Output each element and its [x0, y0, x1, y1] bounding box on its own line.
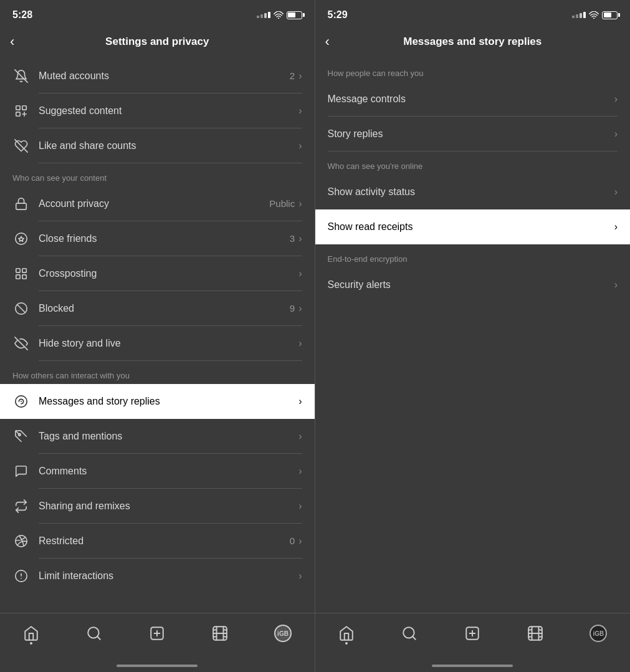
avatar: iGB — [589, 625, 607, 642]
battery-icon — [287, 11, 302, 19]
nav-home[interactable] — [333, 620, 360, 647]
svg-line-1 — [15, 70, 27, 82]
nav-profile[interactable]: iGB — [585, 620, 612, 647]
svg-rect-3 — [22, 106, 26, 110]
home-indicator-left — [0, 660, 315, 672]
list-item[interactable]: Close friends 3 › — [0, 221, 315, 256]
chevron-icon: › — [298, 570, 302, 582]
chevron-icon: › — [298, 268, 302, 279]
svg-line-13 — [17, 305, 26, 313]
chevron-icon: › — [614, 279, 618, 290]
list-item[interactable]: Show activity status › — [315, 175, 631, 209]
list-item[interactable]: Crossposting › — [0, 256, 315, 291]
nav-home[interactable] — [17, 620, 45, 647]
page-title-right: Messages and story replies — [403, 36, 542, 48]
hide-story-icon — [12, 335, 30, 352]
home-indicator-right — [315, 660, 631, 672]
wifi-icon — [274, 11, 284, 19]
list-item[interactable]: Suggested content › — [0, 94, 315, 128]
chevron-icon: › — [298, 105, 302, 117]
nav-reels[interactable] — [206, 620, 234, 647]
section-label: End-to-end encryption — [315, 244, 631, 267]
bottom-nav-left: iGB — [0, 613, 315, 660]
nav-search[interactable] — [80, 620, 108, 647]
status-icons-right — [572, 11, 618, 19]
bottom-nav-right: iGB — [315, 613, 631, 660]
page-title-left: Settings and privacy — [105, 36, 209, 48]
list-item[interactable]: Story replies › — [315, 117, 631, 151]
chevron-icon: › — [614, 94, 618, 105]
chevron-icon: › — [614, 128, 618, 140]
item-label: Blocked — [39, 303, 74, 314]
wifi-icon — [589, 11, 599, 19]
svg-point-29 — [593, 17, 594, 19]
restricted-icon — [12, 532, 30, 550]
lock-icon — [12, 195, 30, 213]
settings-list-left: Muted accounts 2 › Suggested content › — [0, 59, 315, 613]
signal-icon — [257, 12, 270, 18]
svg-rect-4 — [16, 112, 20, 116]
sharing-icon — [12, 497, 30, 515]
list-item[interactable]: Limit interactions › — [0, 559, 315, 593]
blocked-icon — [12, 300, 30, 317]
list-item[interactable]: Tags and mentions › — [0, 419, 315, 454]
show-read-receipts-label: Show read receipts — [328, 221, 413, 233]
nav-search[interactable] — [396, 620, 423, 647]
show-read-receipts-item[interactable]: Show read receipts › — [315, 209, 631, 244]
list-item[interactable]: Account privacy Public › — [0, 186, 315, 221]
chevron-icon: › — [298, 396, 302, 407]
item-label: Comments — [39, 466, 87, 477]
status-icons-left — [257, 11, 302, 19]
status-time-right: 5:29 — [328, 9, 348, 21]
section-label: Who can see you're online — [315, 151, 631, 175]
svg-point-0 — [278, 17, 279, 19]
item-badge: 3 — [290, 233, 295, 244]
chevron-icon: › — [614, 221, 618, 233]
tag-icon — [12, 428, 30, 445]
battery-icon — [602, 11, 618, 19]
nav-add[interactable] — [143, 620, 171, 647]
nav-profile[interactable]: iGB — [269, 620, 297, 647]
list-item[interactable]: Like and share counts › — [0, 128, 315, 163]
chevron-icon: › — [298, 233, 302, 244]
list-item[interactable]: Restricted 0 › — [0, 524, 315, 559]
muted-icon — [12, 67, 30, 85]
left-panel: 5:28 ‹ Settings and pri — [0, 0, 315, 672]
messages-story-replies-item[interactable]: Messages and story replies › — [0, 384, 315, 419]
status-bar-right: 5:29 — [315, 0, 631, 27]
nav-add[interactable] — [459, 620, 486, 647]
list-item[interactable]: Security alerts › — [315, 267, 631, 302]
item-label: Limit interactions — [39, 570, 113, 582]
item-badge: 9 — [290, 303, 295, 314]
home-indicator-bar — [117, 665, 198, 667]
chevron-icon: › — [298, 501, 302, 512]
item-label: Show activity status — [328, 186, 416, 198]
avatar: iGB — [274, 625, 292, 642]
list-item[interactable]: Comments › — [0, 454, 315, 489]
nav-reels[interactable] — [522, 620, 549, 647]
back-button-left[interactable]: ‹ — [10, 32, 19, 51]
section-label: How people can reach you — [315, 59, 631, 82]
list-item[interactable]: Sharing and remixes › — [0, 489, 315, 524]
right-panel: 5:29 ‹ Messages and sto — [315, 0, 631, 672]
list-item[interactable]: Message controls › — [315, 82, 631, 117]
svg-rect-8 — [16, 269, 20, 272]
item-label: Suggested content — [39, 105, 122, 117]
list-item[interactable]: Muted accounts 2 › — [0, 59, 315, 94]
item-label: Like and share counts — [39, 140, 136, 151]
item-label: Account privacy — [39, 198, 109, 209]
home-dot — [345, 642, 348, 645]
status-bar-left: 5:28 — [0, 0, 315, 27]
like-icon — [12, 137, 30, 155]
item-badge: 2 — [290, 70, 295, 81]
list-item[interactable]: Blocked 9 › — [0, 291, 315, 326]
page-header-right: ‹ Messages and story replies — [315, 27, 631, 59]
home-dot — [30, 642, 32, 645]
item-label: Crossposting — [39, 268, 97, 279]
item-label: Sharing and remixes — [39, 501, 130, 512]
list-item[interactable]: Hide story and live › — [0, 326, 315, 361]
svg-rect-11 — [22, 275, 26, 279]
back-button-right[interactable]: ‹ — [325, 32, 335, 51]
item-label: Tags and mentions — [39, 431, 122, 442]
chevron-icon: › — [298, 338, 302, 349]
